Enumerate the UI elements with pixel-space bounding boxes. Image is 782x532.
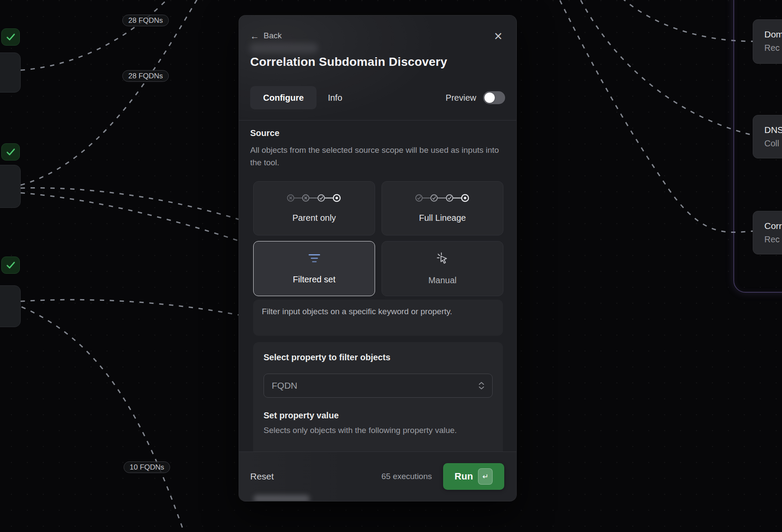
tab-info[interactable]: Info xyxy=(317,86,353,109)
preview-toggle[interactable] xyxy=(483,91,505,104)
node-subtitle: Rec xyxy=(764,43,782,53)
node-title: Corr xyxy=(764,221,782,231)
close-button[interactable]: ✕ xyxy=(492,30,504,42)
source-section-description: All objects from the selected source sco… xyxy=(250,144,500,169)
source-option-full-lineage[interactable]: Full Lineage xyxy=(382,181,503,235)
filter-settings-panel: Select property to filter objects FQDN S… xyxy=(253,342,503,452)
arrow-left-icon: ← xyxy=(250,31,259,40)
source-option-manual[interactable]: Manual xyxy=(382,241,503,296)
source-option-parent-only[interactable]: Parent only xyxy=(253,181,375,235)
dashed-edge xyxy=(555,0,753,232)
run-button[interactable]: Run ↵ xyxy=(443,463,504,490)
preview-label: Preview xyxy=(446,93,476,103)
reset-button[interactable]: Reset xyxy=(250,471,274,482)
back-label: Back xyxy=(264,31,282,40)
option-label: Full Lineage xyxy=(419,213,466,223)
property-select-value: FQDN xyxy=(272,380,298,391)
cursor-click-icon xyxy=(436,252,449,264)
edge-label-fqdn-count: 28 FQDNs xyxy=(122,15,169,26)
edge-label-fqdn-count: 28 FQDNs xyxy=(122,70,169,82)
toggle-knob xyxy=(484,93,495,103)
option-label: Manual xyxy=(428,275,457,285)
select-chevrons-icon xyxy=(478,382,484,390)
property-select[interactable]: FQDN xyxy=(264,374,493,398)
dialog-title: Correlation Subdomain Discovery xyxy=(250,55,447,69)
graph-node-domain-records[interactable]: Dom Rec xyxy=(753,19,782,64)
node-subtitle: Coll xyxy=(764,139,782,148)
back-button[interactable]: ← Back xyxy=(250,31,282,40)
dashed-edge xyxy=(576,0,753,135)
enter-key-icon: ↵ xyxy=(478,468,493,485)
blurred-cutoff-content xyxy=(254,495,310,501)
dialog-tabs: Configure Info Preview xyxy=(250,86,505,109)
dialog-scroll-area[interactable]: Source All objects from the selected sou… xyxy=(239,121,516,452)
dashed-edge xyxy=(21,188,242,220)
option-label: Parent only xyxy=(292,213,336,223)
dashed-edge xyxy=(21,193,242,242)
option-label: Filtered set xyxy=(293,275,335,285)
success-check-icon xyxy=(1,143,20,161)
dashed-edge xyxy=(21,300,239,315)
dashed-edge xyxy=(21,0,203,185)
dashed-edge xyxy=(21,0,176,70)
success-check-icon xyxy=(1,257,20,274)
success-check-icon xyxy=(1,28,20,46)
tab-configure[interactable]: Configure xyxy=(250,86,317,109)
lineage-parent-icon xyxy=(287,194,342,202)
graph-node[interactable] xyxy=(0,165,21,208)
property-value-description: Selects only objects with the following … xyxy=(264,426,493,435)
blurred-subtitle-placeholder xyxy=(249,43,318,53)
graph-node[interactable] xyxy=(0,53,21,93)
graph-canvas[interactable]: 28 FQDNs 28 FQDNs 10 FQDNs Dom Rec DNS C… xyxy=(0,0,782,532)
tool-config-dialog: ← Back ✕ Correlation Subdomain Discovery… xyxy=(239,15,517,501)
run-label: Run xyxy=(455,471,473,482)
lineage-full-icon xyxy=(415,194,470,202)
executions-count: 65 executions xyxy=(382,472,432,481)
node-title: Dom xyxy=(764,29,782,40)
filter-icon xyxy=(308,253,321,263)
edge-label-fqdn-count: 10 FQDNs xyxy=(124,461,170,473)
dashed-edge xyxy=(22,307,186,532)
graph-node-correlation[interactable]: Corr Rec xyxy=(753,211,782,254)
dashed-edge xyxy=(615,0,753,41)
source-option-filtered-set[interactable]: Filtered set xyxy=(253,241,375,296)
source-section-heading: Source xyxy=(250,128,279,138)
graph-node-dns-collection[interactable]: DNS Coll xyxy=(753,115,782,158)
graph-node[interactable] xyxy=(0,285,21,327)
filter-property-heading: Select property to filter objects xyxy=(264,353,493,362)
source-option-description: Filter input objects on a specific keywo… xyxy=(253,300,503,336)
property-value-heading: Set property value xyxy=(264,411,493,421)
dialog-footer: Reset 65 executions Run ↵ xyxy=(239,452,516,501)
node-subtitle: Rec xyxy=(764,235,782,244)
node-title: DNS xyxy=(764,125,782,135)
close-icon: ✕ xyxy=(494,30,503,42)
